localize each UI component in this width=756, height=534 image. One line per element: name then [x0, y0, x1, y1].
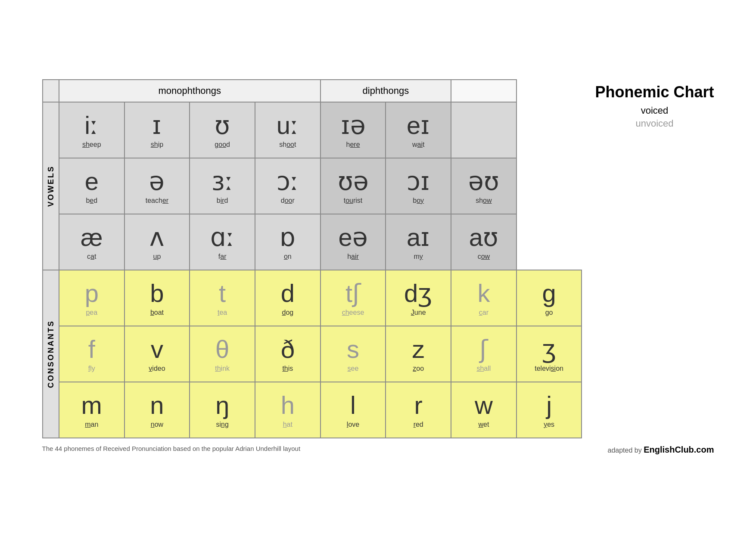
phoneme-cell: zzoo [386, 326, 451, 382]
phoneme-cell: ddog [255, 270, 320, 326]
phoneme-cell: jyes [516, 382, 582, 438]
phoneme-cell: dʒJune [386, 270, 451, 326]
legend-voiced: voiced [641, 105, 669, 116]
footer-description: The 44 phonemes of Received Pronunciatio… [42, 445, 301, 455]
phoneme-cell: ffly [59, 326, 124, 382]
phoneme-cell: ggo [516, 270, 582, 326]
phoneme-cell: ʊətourist [320, 158, 386, 214]
phoneme-cell: ŋsing [190, 382, 255, 438]
phoneme-cell: ʃshall [451, 326, 516, 382]
phoneme-cell: ɔːdoor [255, 158, 320, 214]
footer-brand: adapted by EnglishClub.com [608, 445, 714, 455]
footer: The 44 phonemes of Received Pronunciatio… [42, 445, 714, 455]
phoneme-cell: ɒon [255, 214, 320, 270]
phoneme-cell: əʊshow [451, 158, 516, 214]
phonemic-chart: monophthongs diphthongs VOWELSiːsheepɪsh… [42, 79, 582, 438]
chart-title: Phonemic Chart [595, 84, 714, 101]
vowels-label: VOWELS [43, 102, 59, 270]
phoneme-cell: ʊgood [190, 102, 255, 158]
phoneme-cell: rred [386, 382, 451, 438]
page-container: monophthongs diphthongs VOWELSiːsheepɪsh… [34, 71, 723, 463]
phoneme-cell: eɪwait [386, 102, 451, 158]
phoneme-cell: kcar [451, 270, 516, 326]
top-section: monophthongs diphthongs VOWELSiːsheepɪsh… [42, 79, 714, 438]
phoneme-cell: aɪmy [386, 214, 451, 270]
phoneme-cell: ðthis [255, 326, 320, 382]
phoneme-cell: bboat [124, 270, 190, 326]
monophthongs-header: monophthongs [59, 80, 320, 102]
phoneme-cell: ɑːfar [190, 214, 255, 270]
diphthongs-header: diphthongs [320, 80, 451, 102]
phoneme-cell: mman [59, 382, 124, 438]
phoneme-cell: nnow [124, 382, 190, 438]
phoneme-cell: tʃcheese [320, 270, 386, 326]
legend-unvoiced: unvoiced [635, 118, 673, 129]
phoneme-cell: aʊcow [451, 214, 516, 270]
chart-wrapper: monophthongs diphthongs VOWELSiːsheepɪsh… [42, 79, 582, 438]
phoneme-cell: æcat [59, 214, 124, 270]
phoneme-cell: eəhair [320, 214, 386, 270]
legend: Phonemic Chart voiced unvoiced [595, 79, 714, 129]
phoneme-cell: ssee [320, 326, 386, 382]
phoneme-cell: ɔɪboy [386, 158, 451, 214]
consonants-label: CONSONANTS [43, 270, 59, 438]
phoneme-cell: ʌup [124, 214, 190, 270]
phoneme-cell: ɜːbird [190, 158, 255, 214]
phoneme-cell: əteacher [124, 158, 190, 214]
phoneme-cell: ɪship [124, 102, 190, 158]
phoneme-cell: llove [320, 382, 386, 438]
phoneme-cell: ttea [190, 270, 255, 326]
phoneme-cell: ɪəhere [320, 102, 386, 158]
phoneme-cell: wwet [451, 382, 516, 438]
phoneme-cell: hhat [255, 382, 320, 438]
phoneme-cell: ebed [59, 158, 124, 214]
phoneme-cell: iːsheep [59, 102, 124, 158]
phoneme-cell: uːshoot [255, 102, 320, 158]
phoneme-cell: ʒtelevision [516, 326, 582, 382]
phoneme-cell: θthink [190, 326, 255, 382]
phoneme-cell: vvideo [124, 326, 190, 382]
phoneme-cell: ppea [59, 270, 124, 326]
